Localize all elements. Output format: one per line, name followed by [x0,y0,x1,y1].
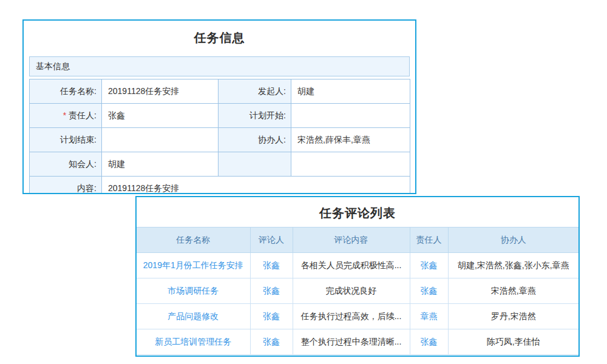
column-header-collaborators: 协办人 [448,228,578,253]
table-row: 2019年1月份工作任务安排 张鑫 各相关人员完成积极性高... 张鑫 胡建,宋… [137,253,578,278]
collaborators-cell: 陈巧凤,李佳怡 [448,329,578,355]
field-value-plan-start [291,104,410,128]
task-name-link[interactable]: 2019年1月份工作任务安排 [137,253,250,278]
field-value-collaborators: 宋浩然,薛保丰,章燕 [291,128,410,152]
field-label-owner-text: 责任人: [69,110,97,120]
task-name-link[interactable]: 产品问题修改 [137,304,250,329]
field-label-cc: 知会人: [30,152,102,177]
field-label-plan-start: 计划开始: [219,104,291,128]
column-header-commenter: 评论人 [250,228,293,253]
table-row: 市场调研任务 张鑫 完成状况良好 张鑫 宋浩然,章燕 [137,278,578,304]
comment-list-title: 任务评论列表 [137,197,578,227]
comment-content-cell: 任务执行过程高效，后续... [293,304,410,329]
field-value-content: 20191128任务安排 [102,177,410,195]
comment-content-cell: 完成状况良好 [293,278,410,304]
field-label-collaborators: 协办人: [219,128,291,152]
commenter-link[interactable]: 张鑫 [250,329,293,355]
required-asterisk: * [63,110,66,120]
desktop-canvas: 任务信息 基本信息 任务名称: 20191128任务安排 发起人: 胡建 *责任… [0,0,607,364]
field-value-plan-end [102,128,219,152]
form-row-4: 知会人: 胡建 [30,152,410,177]
owner-link[interactable]: 张鑫 [410,253,448,278]
comment-table: 任务名称 评论人 评论内容 责任人 协办人 2019年1月份工作任务安排 张鑫 … [137,227,578,355]
task-name-link[interactable]: 新员工培训管理任务 [137,329,250,355]
form-row-1: 任务名称: 20191128任务安排 发起人: 胡建 [30,79,410,104]
field-value-cc: 胡建 [102,152,219,177]
collaborators-cell: 罗丹,宋浩然 [448,304,578,329]
commenter-link[interactable]: 张鑫 [250,278,293,304]
task-info-form: 任务名称: 20191128任务安排 发起人: 胡建 *责任人: 张鑫 计划开始… [29,79,410,194]
form-row-2: *责任人: 张鑫 计划开始: [30,104,410,128]
commenter-link[interactable]: 张鑫 [250,253,293,278]
column-header-owner: 责任人 [410,228,448,253]
owner-link[interactable]: 张鑫 [410,278,448,304]
field-label-plan-end: 计划结束: [30,128,102,152]
field-label-content: 内容: [30,177,102,195]
commenter-link[interactable]: 张鑫 [250,304,293,329]
comment-content-cell: 各相关人员完成积极性高... [293,253,410,278]
field-label-initiator: 发起人: [219,79,291,104]
form-row-3: 计划结束: 协办人: 宋浩然,薛保丰,章燕 [30,128,410,152]
field-label-blank [219,152,291,177]
task-comment-list-panel: 任务评论列表 任务名称 评论人 评论内容 责任人 协办人 2019年1月份工作任… [135,196,580,357]
basic-info-section-header: 基本信息 [29,56,410,76]
field-value-blank [291,152,410,177]
comment-table-header-row: 任务名称 评论人 评论内容 责任人 协办人 [137,228,578,253]
collaborators-cell: 胡建,宋浩然,张鑫,张小东,章燕 [448,253,578,278]
field-label-owner: *责任人: [30,104,102,128]
table-row: 新员工培训管理任务 张鑫 整个执行过程中条理清晰... 张鑫 陈巧凤,李佳怡 [137,329,578,355]
owner-link[interactable]: 章燕 [410,304,448,329]
field-value-task-name: 20191128任务安排 [102,79,219,104]
table-row: 产品问题修改 张鑫 任务执行过程高效，后续... 章燕 罗丹,宋浩然 [137,304,578,329]
column-header-content: 评论内容 [293,228,410,253]
form-row-5: 内容: 20191128任务安排 [30,177,410,195]
column-header-task-name: 任务名称 [137,228,250,253]
field-label-task-name: 任务名称: [30,79,102,104]
task-info-panel: 任务信息 基本信息 任务名称: 20191128任务安排 发起人: 胡建 *责任… [22,19,416,194]
owner-link[interactable]: 张鑫 [410,329,448,355]
task-info-title: 任务信息 [24,21,415,46]
collaborators-cell: 宋浩然,章燕 [448,278,578,304]
comment-content-cell: 整个执行过程中条理清晰... [293,329,410,355]
task-name-link[interactable]: 市场调研任务 [137,278,250,304]
field-value-owner: 张鑫 [102,104,219,128]
field-value-initiator: 胡建 [291,79,410,104]
